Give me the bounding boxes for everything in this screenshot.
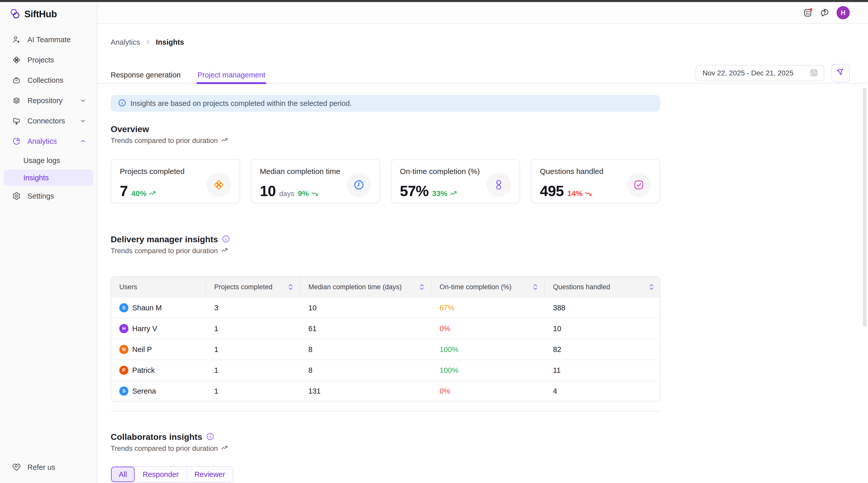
sidebar-item-collections[interactable]: Collections bbox=[0, 70, 97, 90]
sidebar-item-label: Analytics bbox=[27, 137, 57, 146]
sidebar-item-label: Repository bbox=[27, 96, 63, 105]
trend-up-icon bbox=[221, 247, 228, 255]
column-header-median-completion-time[interactable]: Median completion time (days) bbox=[300, 277, 431, 297]
sort-icon[interactable] bbox=[288, 283, 293, 291]
breadcrumb-insights: Insights bbox=[156, 38, 184, 47]
sidebar-item-projects[interactable]: Projects bbox=[0, 50, 97, 70]
projects-completed-cell: 1 bbox=[206, 325, 300, 333]
sidebar-item-label: Collections bbox=[27, 76, 63, 85]
sidebar-item-label: AI Teammate bbox=[27, 35, 70, 44]
segment-reviewer[interactable]: Reviewer bbox=[187, 467, 233, 482]
median-completion-cell: 8 bbox=[300, 366, 431, 374]
avatar: P bbox=[119, 366, 128, 375]
column-header-on-time-completion[interactable]: On-time completion (%) bbox=[431, 277, 545, 297]
kpi-trend: 40% bbox=[131, 189, 156, 198]
user-avatar[interactable]: H bbox=[837, 6, 850, 19]
questions-handled-cell: 388 bbox=[545, 304, 660, 312]
kpi-suffix: days bbox=[279, 190, 294, 198]
date-range-value: Nov 22, 2025 - Dec 21, 2025 bbox=[703, 69, 807, 77]
median-completion-cell: 61 bbox=[300, 325, 431, 333]
kpi-card-questions-handled: Questions handled 495 14% bbox=[531, 159, 660, 203]
overview-title: Overview bbox=[111, 124, 149, 134]
sidebar-item-repository[interactable]: Repository bbox=[0, 90, 97, 111]
projects-completed-cell: 1 bbox=[206, 366, 300, 374]
questions-handled-cell: 82 bbox=[545, 345, 660, 354]
trend-up-icon bbox=[221, 444, 228, 453]
user-cell: P Patrick bbox=[111, 366, 206, 375]
on-time-cell: 67% bbox=[431, 304, 545, 312]
on-time-cell: 0% bbox=[431, 325, 545, 333]
delivery-managers-table: Users Projects completed Median completi… bbox=[111, 276, 660, 402]
window-top-strip bbox=[0, 0, 868, 2]
kpi-card-projects-completed: Projects completed 7 40% bbox=[111, 159, 240, 203]
user-cell: S Serena bbox=[111, 387, 206, 396]
info-icon[interactable] bbox=[206, 432, 214, 442]
chevron-down-icon bbox=[80, 97, 86, 104]
sidebar-item-label: Insights bbox=[23, 174, 49, 182]
table-row: H Harry V 1 61 0% 10 bbox=[111, 318, 660, 339]
help-icon[interactable] bbox=[820, 8, 830, 18]
user-cell: H Harry V bbox=[111, 324, 206, 333]
sidebar-item-insights[interactable]: Insights bbox=[4, 170, 93, 186]
questions-handled-cell: 4 bbox=[545, 387, 660, 395]
questions-handled-cell: 11 bbox=[545, 366, 660, 374]
person-sparkle-icon bbox=[12, 35, 21, 44]
diamond-grid-icon bbox=[12, 56, 21, 64]
trend-up-icon bbox=[221, 137, 228, 145]
kpi-label: On-time completion (%) bbox=[400, 167, 480, 176]
sidebar-item-refer-us[interactable]: Refer us bbox=[0, 457, 97, 477]
topbar: H bbox=[97, 2, 868, 24]
date-range-picker[interactable]: Nov 22, 2025 - Dec 21, 2025 bbox=[695, 65, 824, 81]
sidebar-item-ai-teammate[interactable]: AI Teammate bbox=[0, 29, 97, 50]
on-time-cell: 100% bbox=[431, 366, 545, 374]
chevron-up-icon bbox=[80, 138, 86, 145]
vertical-scrollbar[interactable] bbox=[863, 88, 866, 327]
tab-project-management[interactable]: Project management bbox=[197, 71, 266, 83]
collaborators-subtitle: Trends compared to prior duration bbox=[111, 444, 218, 453]
brand-name: SiftHub bbox=[24, 9, 57, 20]
table-row: S Shaun M 3 10 67% 388 bbox=[111, 297, 660, 318]
check-square-icon bbox=[627, 173, 651, 197]
connector-node-icon bbox=[12, 117, 21, 125]
sidebar-item-label: Projects bbox=[27, 56, 54, 64]
info-banner: Insights are based on projects completed… bbox=[111, 95, 660, 112]
briefcase-icon bbox=[12, 76, 21, 85]
sidebar-item-label: Usage logs bbox=[23, 156, 60, 165]
breadcrumb-analytics[interactable]: Analytics bbox=[111, 38, 140, 47]
table-header-row: Users Projects completed Median completi… bbox=[111, 277, 660, 297]
avatar: N bbox=[119, 345, 128, 354]
column-header-projects-completed[interactable]: Projects completed bbox=[206, 277, 300, 297]
kpi-value: 57% bbox=[400, 182, 429, 199]
sort-icon[interactable] bbox=[419, 283, 424, 291]
avatar: S bbox=[119, 387, 128, 396]
kpi-trend: 33% bbox=[432, 189, 457, 198]
sidebar-item-label: Refer us bbox=[27, 463, 55, 472]
sidebar-item-analytics[interactable]: Analytics bbox=[0, 131, 97, 151]
brand-logo[interactable]: SiftHub bbox=[9, 8, 97, 20]
sidebar-item-settings[interactable]: Settings bbox=[0, 186, 97, 206]
segment-all[interactable]: All bbox=[111, 467, 135, 482]
tab-response-generation[interactable]: Response generation bbox=[111, 71, 181, 83]
calendar-icon bbox=[810, 68, 818, 78]
table-row: P Patrick 1 8 100% 11 bbox=[111, 360, 660, 381]
collaborator-role-segmented-control: All Responder Reviewer bbox=[111, 466, 233, 482]
questions-handled-cell: 10 bbox=[545, 325, 660, 333]
info-icon bbox=[118, 98, 126, 108]
sidebar-item-connectors[interactable]: Connectors bbox=[0, 111, 97, 131]
filter-button[interactable] bbox=[832, 64, 850, 82]
table-row: S Serena 1 131 0% 4 bbox=[111, 381, 660, 401]
column-header-questions-handled[interactable]: Questions handled bbox=[545, 277, 660, 297]
info-icon[interactable] bbox=[222, 235, 230, 244]
kpi-value: 7 bbox=[120, 182, 128, 199]
sort-icon[interactable] bbox=[649, 283, 654, 291]
sort-icon[interactable] bbox=[533, 283, 538, 291]
clock-icon bbox=[347, 173, 371, 197]
kpi-card-median-completion-time: Median completion time 10 days 9% bbox=[251, 159, 380, 203]
median-completion-cell: 131 bbox=[300, 387, 431, 395]
tasks-notification-icon[interactable] bbox=[803, 8, 813, 18]
sidebar-item-usage-logs[interactable]: Usage logs bbox=[0, 151, 97, 170]
column-header-users[interactable]: Users bbox=[111, 277, 206, 297]
segment-responder[interactable]: Responder bbox=[135, 467, 187, 482]
section-divider bbox=[111, 411, 660, 412]
on-time-cell: 100% bbox=[431, 345, 545, 354]
